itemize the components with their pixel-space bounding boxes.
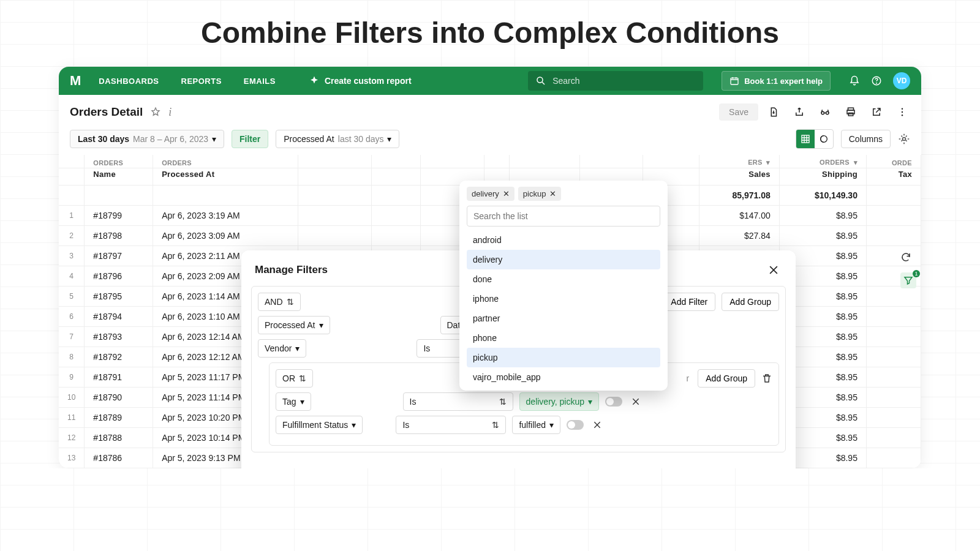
topbar: M DASHBOARDS REPORTS EMAILS Create custo… [59,67,921,95]
filter-rail-icon[interactable] [900,272,916,288]
svg-rect-2 [731,78,738,84]
col-group-date: ORDERS [153,155,298,168]
date-range-chip[interactable]: Last 30 days Mar 8 – Apr 6, 2023 ▾ [70,130,224,148]
op-is-fulfillment[interactable]: Is⇅ [396,416,506,434]
col-group-orde: ORDE [866,155,921,168]
svg-point-22 [903,138,906,141]
report-title: Orders Detail [70,105,143,119]
svg-point-0 [537,77,543,83]
fulfillment-value[interactable]: fulfilled▾ [512,416,560,434]
columns-button[interactable]: Columns [841,130,891,148]
user-avatar[interactable]: VD [893,72,910,89]
tag-option[interactable]: phone [467,328,660,348]
glasses-icon[interactable] [817,104,833,120]
more-icon[interactable] [894,104,910,120]
tag-value-select[interactable]: delivery, pickup▾ [519,392,599,411]
create-custom-report[interactable]: Create custom report [309,75,412,86]
col-group-orders: ORDERS [820,159,850,166]
tag-option[interactable]: partner [467,309,660,328]
tag-chip[interactable]: pickup ✕ [518,187,562,201]
delete-group-icon[interactable] [761,373,772,384]
page-heading: Combine Filters into Complex Conditions [0,16,980,50]
col-sales[interactable]: Sales [699,168,779,186]
save-button[interactable]: Save [719,103,758,121]
star-icon[interactable] [150,107,161,118]
remove-chip-icon[interactable]: ✕ [549,189,556,198]
calendar-icon [729,76,739,86]
tag-option[interactable]: done [467,269,660,289]
bell-icon[interactable] [849,75,860,86]
op-is-tag[interactable]: Is⇅ [403,392,513,411]
tag-option[interactable]: android [467,230,660,250]
tag-options-popover: delivery ✕pickup ✕ androiddeliverydoneip… [459,181,668,391]
chevron-down-icon: ▾ [387,134,391,144]
col-group-name: ORDERS [85,155,153,168]
col-shipping[interactable]: Shipping [779,168,866,186]
info-icon[interactable]: i [168,106,172,119]
custom-report-label: Create custom report [325,76,412,86]
tag-toggle[interactable] [605,397,622,407]
tag-option[interactable]: delivery [467,250,660,269]
refresh-icon[interactable] [900,252,916,263]
processed-at-chip[interactable]: Processed At last 30 days ▾ [276,130,399,148]
tag-chip[interactable]: delivery ✕ [467,187,514,201]
range-dates: Mar 8 – Apr 6, 2023 [133,134,208,144]
chevron-down-icon: ▾ [212,134,216,144]
svg-point-7 [876,83,877,83]
print-icon[interactable] [843,104,859,120]
sparkle-icon [309,75,320,86]
book-help-button[interactable]: Book 1:1 expert help [722,71,831,91]
logic-or-select[interactable]: OR⇅ [276,369,313,388]
nav-reports[interactable]: REPORTS [181,77,222,86]
search-input[interactable] [552,76,696,86]
expert-label: Book 1:1 expert help [744,77,823,86]
svg-point-13 [902,108,903,110]
remove-fulfillment-filter-icon[interactable] [590,418,605,432]
nav-dashboards[interactable]: DASHBOARDS [99,77,159,86]
col-processed[interactable]: Processed At [153,168,298,186]
col-tax[interactable]: Tax [866,168,921,186]
svg-line-1 [542,82,545,84]
add-group-inner-button[interactable]: Add Group [698,369,755,388]
field-processed-at[interactable]: Processed At▾ [258,316,330,334]
processed-at-label: Processed At [284,134,334,144]
processed-at-value: last 30 days [338,134,384,144]
topbar-icons: VD [849,72,910,89]
tag-option[interactable]: pickup [467,348,660,367]
svg-point-15 [902,114,903,116]
nav-emails[interactable]: EMAILS [244,77,276,86]
settings-icon[interactable] [898,133,910,145]
field-tag[interactable]: Tag▾ [276,392,311,411]
app-logo: M [70,73,80,89]
topnav: DASHBOARDS REPORTS EMAILS [99,77,276,86]
open-external-icon[interactable] [869,104,884,120]
total-sales: 85,971.08 [699,186,779,206]
remove-tag-filter-icon[interactable] [628,394,643,409]
add-group-button[interactable]: Add Group [722,293,779,311]
controls-row: Last 30 days Mar 8 – Apr 6, 2023 ▾ Filte… [59,126,921,155]
svg-point-14 [902,111,903,113]
col-name[interactable]: Name [85,168,153,186]
filter-button[interactable]: Filter [232,130,268,148]
total-shipping: $10,149.30 [779,186,866,206]
download-icon[interactable] [766,104,782,120]
logic-and-select[interactable]: AND⇅ [258,293,301,311]
fulfillment-toggle[interactable] [567,420,584,430]
table-view-icon[interactable] [796,130,815,148]
field-vendor[interactable]: Vendor▾ [258,339,306,358]
help-icon[interactable] [871,75,882,86]
tag-search-input[interactable] [467,206,660,227]
search-icon [535,75,546,86]
tag-option[interactable]: iphone [467,289,660,309]
remove-chip-icon[interactable]: ✕ [503,189,510,198]
add-filter-button[interactable]: Add Filter [663,293,715,311]
chart-view-icon[interactable] [815,130,833,148]
page-subheader: Orders Detail i Save [59,95,921,126]
modal-close-icon[interactable] [765,261,782,279]
tag-option[interactable]: vajro_mobile_app [467,367,660,387]
range-label: Last 30 days [78,134,129,144]
field-fulfillment[interactable]: Fulfillment Status▾ [276,416,363,434]
share-icon[interactable] [791,104,807,120]
view-toggle[interactable] [796,129,834,149]
global-search[interactable] [528,71,703,91]
